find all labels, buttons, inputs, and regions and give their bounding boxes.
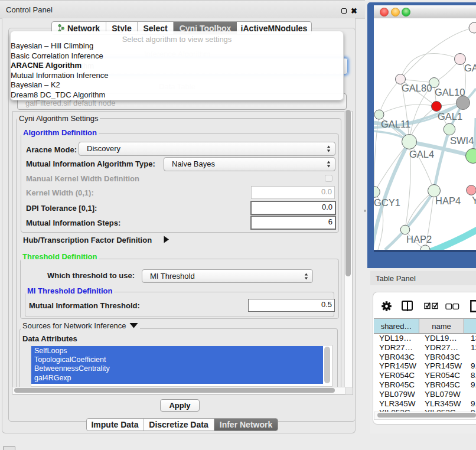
svg-text:HAP4: HAP4 — [435, 195, 461, 206]
svg-text:GAL4: GAL4 — [409, 149, 434, 159]
svg-text:GCY1: GCY1 — [374, 197, 400, 208]
svg-text:Y: Y — [472, 195, 476, 206]
svg-text:GAL11: GAL11 — [381, 119, 410, 129]
svg-text:GAL10: GAL10 — [435, 87, 465, 97]
svg-text:HAP2: HAP2 — [406, 234, 432, 244]
svg-text:GAL80: GAL80 — [402, 83, 432, 93]
svg-text:SWI4: SWI4 — [450, 135, 474, 146]
svg-text:GAL: GAL — [464, 63, 476, 73]
svg-text:GAL1: GAL1 — [438, 111, 462, 122]
